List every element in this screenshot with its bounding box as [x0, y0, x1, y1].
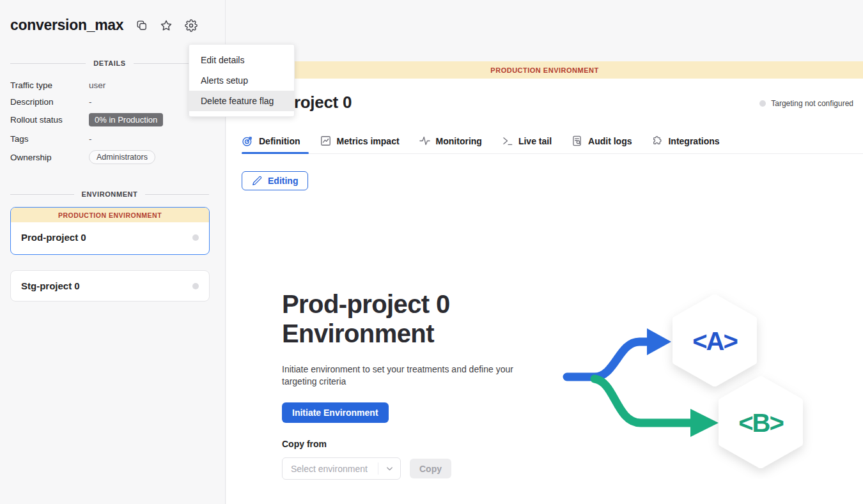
- rollout-status-row: Rollout status 0% in Production: [10, 110, 212, 130]
- copy-from-label: Copy from: [282, 439, 327, 449]
- audit-logs-icon: [571, 135, 583, 147]
- tabs-divider: [242, 153, 863, 154]
- variant-b-label: <B>: [738, 409, 783, 437]
- live-tail-icon: [501, 135, 513, 147]
- blue-branch-line: [567, 342, 648, 377]
- ownership-badge[interactable]: Administrators: [89, 150, 155, 164]
- production-environment-banner: PRODUCTION ENVIRONMENT: [226, 61, 863, 79]
- menu-item-edit-details[interactable]: Edit details: [189, 50, 294, 70]
- metrics-impact-icon: [320, 135, 332, 147]
- copy-button[interactable]: Copy: [410, 459, 451, 478]
- variant-a-label: <A>: [692, 327, 737, 355]
- status-dot: [192, 283, 199, 289]
- active-tab-underline: [242, 152, 309, 154]
- env-card-name: Prod-project 0: [21, 232, 86, 243]
- traffic-type-value: user: [89, 80, 105, 90]
- main-content: Prod-project 0 Targeting not configured …: [226, 79, 863, 504]
- blue-arrowhead-icon: [647, 328, 671, 355]
- copy-icon[interactable]: [136, 19, 148, 31]
- targeting-status: Targeting not configured: [759, 99, 853, 108]
- tab-audit-logs[interactable]: Audit logs: [571, 135, 632, 155]
- gear-icon[interactable]: [185, 19, 198, 32]
- empty-state-heading: Prod-project 0 Environment: [282, 289, 450, 348]
- settings-dropdown-menu: Edit details Alerts setup Delete feature…: [189, 44, 295, 117]
- tags-label: Tags: [10, 134, 89, 144]
- rollout-status-label: Rollout status: [10, 115, 89, 125]
- initiate-environment-button[interactable]: Initiate Environment: [282, 402, 389, 423]
- environment-section-header: ENVIRONMENT: [10, 190, 209, 198]
- env-card-prod[interactable]: PRODUCTION ENVIRONMENT Prod-project 0: [10, 207, 210, 255]
- tab-integrations[interactable]: Integrations: [651, 135, 719, 155]
- flag-header: conversion_max: [10, 17, 198, 34]
- flag-title: conversion_max: [10, 17, 123, 34]
- ownership-label: Ownership: [10, 153, 89, 162]
- tab-live-tail[interactable]: Live tail: [501, 135, 552, 155]
- status-dot: [192, 234, 199, 241]
- tags-value: -: [89, 134, 92, 144]
- ownership-row: Ownership Administrators: [10, 148, 212, 167]
- environment-select[interactable]: Select environment: [282, 457, 401, 480]
- ab-split-illustration: <A> <B>: [559, 287, 821, 479]
- integrations-icon: [651, 135, 663, 147]
- rollout-status-badge: 0% in Production: [89, 113, 163, 126]
- tab-metrics-impact[interactable]: Metrics impact: [320, 135, 400, 155]
- targeting-status-label: Targeting not configured: [771, 99, 853, 108]
- green-branch-line: [595, 379, 692, 423]
- prod-env-banner: PRODUCTION ENVIRONMENT: [11, 208, 209, 222]
- description-row: Description -: [10, 93, 212, 110]
- description-value: -: [89, 97, 92, 107]
- env-card-stg[interactable]: Stg-project 0: [10, 270, 210, 302]
- chevron-down-icon[interactable]: [378, 464, 400, 473]
- targeting-status-dot: [759, 100, 766, 107]
- editing-button[interactable]: Editing: [242, 171, 308, 190]
- details-section-header: DETAILS: [10, 59, 209, 67]
- traffic-type-label: Traffic type: [10, 80, 89, 90]
- tags-row: Tags -: [10, 130, 212, 148]
- green-arrowhead-icon: [690, 409, 719, 437]
- tab-bar: Definition Metrics impact Monitoring: [242, 135, 720, 155]
- menu-item-delete-feature-flag[interactable]: Delete feature flag: [189, 91, 294, 111]
- traffic-type-row: Traffic type user: [10, 77, 212, 93]
- details-rows: Traffic type user Description - Rollout …: [10, 77, 212, 167]
- menu-item-alerts-setup[interactable]: Alerts setup: [189, 70, 294, 91]
- details-heading: DETAILS: [93, 59, 125, 67]
- monitoring-icon: [419, 135, 431, 147]
- empty-state-description: Initiate environment to set your treatme…: [282, 363, 522, 388]
- pencil-icon: [252, 176, 262, 186]
- tab-monitoring[interactable]: Monitoring: [419, 135, 482, 155]
- main-panel: PRODUCTION ENVIRONMENT Prod-project 0 Ta…: [226, 0, 863, 504]
- environment-select-placeholder: Select environment: [283, 464, 378, 474]
- env-card-name: Stg-project 0: [21, 280, 80, 291]
- environment-heading: ENVIRONMENT: [82, 190, 138, 198]
- definition-icon: [242, 135, 254, 147]
- description-label: Description: [10, 97, 89, 107]
- star-icon[interactable]: [160, 19, 173, 32]
